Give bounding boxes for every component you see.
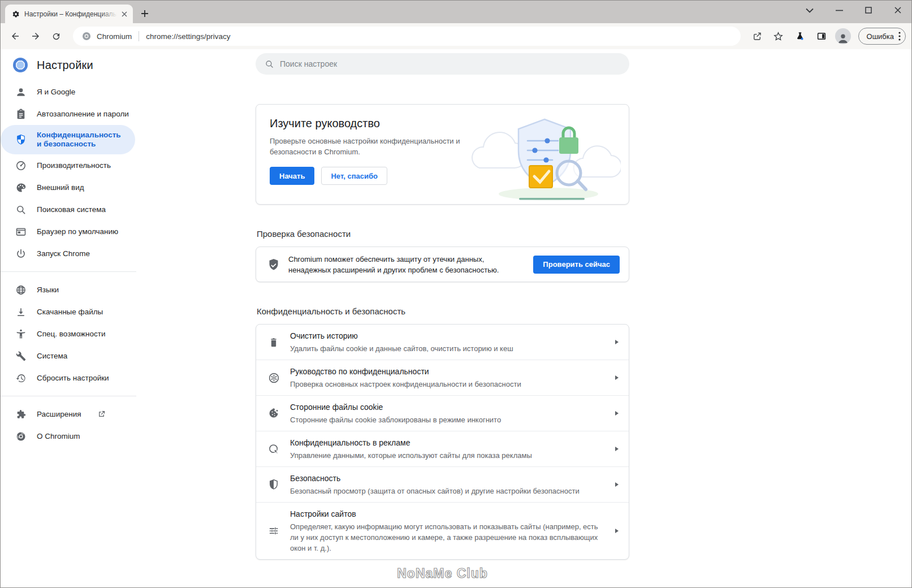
url-text: chrome://settings/privacy — [146, 32, 230, 41]
gear-icon — [12, 10, 20, 18]
download-icon — [15, 306, 27, 318]
toolbar: Chromium chrome://settings/privacy Ошибк… — [1, 23, 911, 49]
tune-icon — [267, 525, 280, 537]
puzzle-icon — [15, 409, 27, 420]
experiments-flask-icon[interactable] — [791, 27, 809, 45]
browser-icon — [15, 226, 27, 237]
search-icon — [15, 204, 27, 215]
share-icon[interactable] — [748, 27, 766, 45]
shield-icon — [15, 134, 27, 145]
sidebar-divider — [1, 396, 136, 396]
chevron-right-icon — [615, 340, 619, 344]
kebab-menu-icon[interactable] — [898, 32, 901, 41]
reload-icon[interactable] — [47, 27, 65, 45]
row-clear-browsing-data[interactable]: Очистить историю Удалить файлы cookie и … — [256, 325, 629, 360]
globe-icon — [15, 284, 27, 296]
sidebar-item-privacy[interactable]: Конфиденциальность и безопасность — [1, 125, 135, 154]
external-link-icon — [97, 410, 106, 418]
security-shield-icon — [267, 479, 280, 490]
speedometer-icon — [15, 160, 27, 171]
person-icon — [15, 87, 27, 98]
sidebar-item-appearance[interactable]: Внешний вид — [1, 176, 136, 198]
sidebar-item-extensions[interactable]: Расширения — [1, 403, 136, 425]
tab-title: Настройки – Конфиденциальн — [24, 10, 117, 18]
power-icon — [15, 248, 27, 260]
palette-icon — [15, 182, 27, 193]
no-thanks-button[interactable]: Нет, спасибо — [321, 167, 387, 185]
row-site-settings[interactable]: Настройки сайтов Определяет, какую инфор… — [256, 502, 629, 559]
cookie-icon — [267, 408, 280, 419]
restore-icon — [15, 373, 27, 384]
row-privacy-guide[interactable]: Руководство по конфиденциальности Провер… — [256, 360, 629, 395]
tab-search-chevron-icon[interactable] — [802, 3, 818, 17]
tab-close-icon[interactable] — [119, 9, 129, 19]
accessibility-icon — [15, 328, 27, 340]
active-tab[interactable]: Настройки – Конфиденциальн — [5, 5, 133, 23]
titlebar: Настройки – Конфиденциальн — [1, 1, 911, 23]
trash-icon — [267, 336, 280, 348]
settings-sidebar: Настройки Я и Google Автозаполнение и па… — [1, 49, 136, 587]
sidebar-item-reset[interactable]: Сбросить настройки — [1, 367, 136, 389]
settings-content: Изучите руководство Проверьте основные н… — [136, 49, 911, 587]
settings-search[interactable] — [256, 53, 629, 75]
profile-avatar[interactable] — [834, 27, 852, 45]
start-button[interactable]: Начать — [270, 167, 314, 185]
safety-check-card: Chromium поможет обеспечить защиту от ут… — [256, 247, 629, 282]
wrench-icon — [15, 351, 27, 362]
sidebar-item-search-engine[interactable]: Поисковая система — [1, 198, 136, 220]
sidebar-item-system[interactable]: Система — [1, 345, 136, 367]
privacy-list-card: Очистить историю Удалить файлы cookie и … — [256, 324, 629, 560]
side-panel-icon[interactable] — [812, 27, 831, 45]
address-bar[interactable]: Chromium chrome://settings/privacy — [73, 27, 741, 46]
safety-check-header: Проверка безопасности — [256, 229, 629, 239]
chevron-right-icon — [615, 375, 619, 380]
sidebar-item-on-startup[interactable]: Запуск Chrome — [1, 243, 136, 265]
sidebar-divider — [1, 271, 136, 272]
chromium-site-icon — [82, 32, 91, 41]
maximize-button[interactable] — [861, 3, 876, 17]
ads-click-icon — [267, 443, 280, 455]
guide-card-body: Проверьте основные настройки конфиденциа… — [270, 136, 465, 157]
close-button[interactable] — [890, 3, 906, 17]
search-input[interactable] — [280, 59, 620, 68]
sidebar-item-default-browser[interactable]: Браузер по умолчанию — [1, 220, 136, 243]
error-menu-button[interactable]: Ошибка — [858, 28, 906, 45]
sidebar-item-people[interactable]: Я и Google — [1, 81, 136, 103]
sidebar-item-downloads[interactable]: Скачанные файлы — [1, 301, 136, 323]
shield-illustration — [469, 109, 621, 202]
shield-check-icon — [267, 258, 280, 271]
new-tab-button[interactable] — [137, 6, 152, 21]
sidebar-item-languages[interactable]: Языки — [1, 279, 136, 301]
chevron-right-icon — [615, 411, 619, 416]
sidebar-item-performance[interactable]: Производительность — [1, 154, 136, 176]
sidebar-item-accessibility[interactable]: Спец. возможности — [1, 323, 136, 345]
chromium-logo-icon — [13, 58, 28, 72]
row-third-party-cookies[interactable]: Сторонние файлы cookie Сторонние файлы c… — [256, 395, 629, 431]
bookmark-star-icon[interactable] — [770, 27, 788, 45]
sidebar-item-autofill[interactable]: Автозаполнение и пароли — [1, 103, 136, 125]
privacy-section-header: Конфиденциальность и безопасность — [256, 306, 629, 316]
omnibox-divider — [139, 31, 139, 41]
forward-icon[interactable] — [27, 27, 45, 45]
check-now-button[interactable]: Проверить сейчас — [533, 256, 620, 274]
error-label: Ошибка — [867, 32, 894, 41]
watermark: NoNaMe Club — [256, 566, 629, 581]
search-icon — [265, 59, 274, 69]
page-title: Настройки — [37, 59, 93, 72]
back-icon[interactable] — [6, 27, 24, 45]
site-label: Chromium — [97, 32, 132, 41]
browser-window: Настройки – Конфиденциальн — [0, 0, 912, 588]
chevron-right-icon — [615, 529, 619, 533]
chromium-icon — [15, 431, 27, 442]
chevron-right-icon — [615, 482, 619, 487]
privacy-guide-promo-card: Изучите руководство Проверьте основные н… — [256, 104, 629, 205]
row-security[interactable]: Безопасность Безопасный просмотр (защита… — [256, 466, 629, 502]
chevron-right-icon — [615, 447, 619, 451]
minimize-button[interactable] — [831, 3, 847, 17]
sidebar-item-about[interactable]: О Chromium — [1, 425, 136, 447]
privacy-guide-icon — [267, 372, 280, 384]
safety-check-text: Chromium поможет обеспечить защиту от ут… — [288, 254, 525, 275]
row-ad-privacy[interactable]: Конфиденциальность в рекламе Управление … — [256, 431, 629, 466]
autofill-icon — [15, 109, 27, 120]
